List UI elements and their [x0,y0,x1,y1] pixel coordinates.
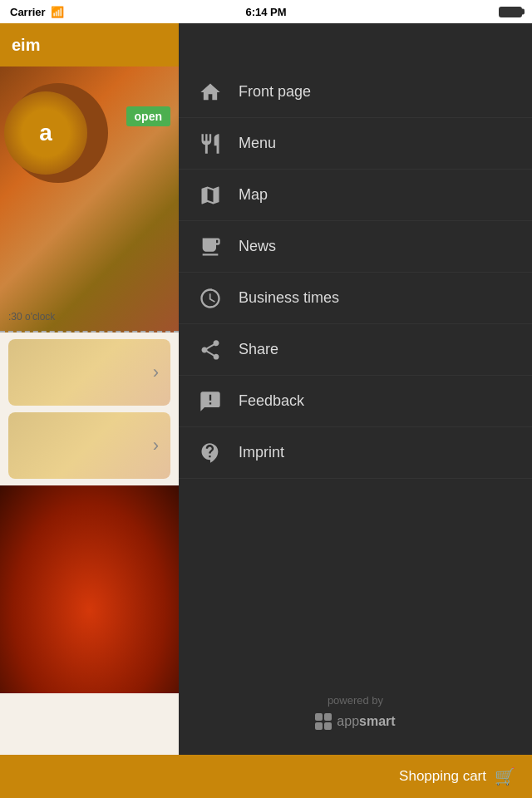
shopping-cart-label: Shopping cart [399,768,486,785]
drawer-label-feedback: Feedback [239,392,304,410]
shopping-cart-icon: 🛒 [495,766,515,786]
delivery-clock-icon [195,283,225,313]
cutlery-icon [195,129,225,159]
feedback-icon [195,387,225,416]
drawer-item-menu[interactable]: Menu [179,118,532,170]
news-icon [195,232,225,262]
main-layout: eim a open :30 o'clock › [0,23,532,755]
drawer-item-map[interactable]: Map [179,170,532,221]
left-panel: eim a open :30 o'clock › [0,23,179,755]
app-header: eim [0,23,179,66]
drawer-label-business-times: Business times [239,289,339,307]
handshake-icon [195,438,225,468]
status-carrier: Carrier 📶 [10,6,64,18]
chevron-right-icon: › [153,435,159,456]
drawer-item-news[interactable]: News [179,221,532,273]
menu-card-1[interactable]: › [8,339,170,406]
hamburger-button[interactable] [149,39,167,51]
navigation-drawer: Front page Menu Map News [179,23,532,755]
bottom-bar[interactable]: Shopping cart 🛒 [0,755,532,798]
opening-time: :30 o'clock [8,311,55,323]
map-icon [195,180,225,210]
drawer-item-share[interactable]: Share [179,324,532,376]
appsmart-logo: appsmart [315,713,395,730]
status-bar: Carrier 📶 6:14 PM [0,0,532,23]
dashed-divider [0,331,179,332]
food-image-large [0,485,179,693]
logo-circle: a [4,91,87,175]
status-time: 6:14 PM [245,6,286,18]
app-title: eim [12,36,40,55]
drawer-item-business-times[interactable]: Business times [179,273,532,324]
drawer-label-news: News [239,238,276,255]
status-battery [499,7,522,17]
drawer-label-imprint: Imprint [239,444,284,461]
drawer-item-feedback[interactable]: Feedback [179,376,532,427]
wifi-icon: 📶 [51,6,64,18]
drawer-footer: powered by appsmart [179,479,532,755]
carrier-text: Carrier [10,6,46,18]
drawer-label-menu: Menu [239,135,276,152]
chevron-right-icon: › [153,362,159,383]
menu-card-2[interactable]: › [8,412,170,479]
home-icon [195,77,225,107]
battery-icon [499,7,522,17]
drawer-item-front-page[interactable]: Front page [179,66,532,118]
food-hero-image: a open :30 o'clock [0,66,179,332]
drawer-label-share: Share [239,341,278,358]
left-content: a open :30 o'clock › › [0,66,179,755]
powered-by-text: powered by [328,694,383,707]
drawer-label-front-page: Front page [239,83,311,101]
appsmart-icon [315,713,332,730]
drawer-item-imprint[interactable]: Imprint [179,427,532,479]
open-badge: open [126,106,170,126]
share-icon [195,335,225,365]
appsmart-text: appsmart [337,714,395,729]
drawer-label-map: Map [239,186,268,204]
drawer-header [179,23,532,66]
